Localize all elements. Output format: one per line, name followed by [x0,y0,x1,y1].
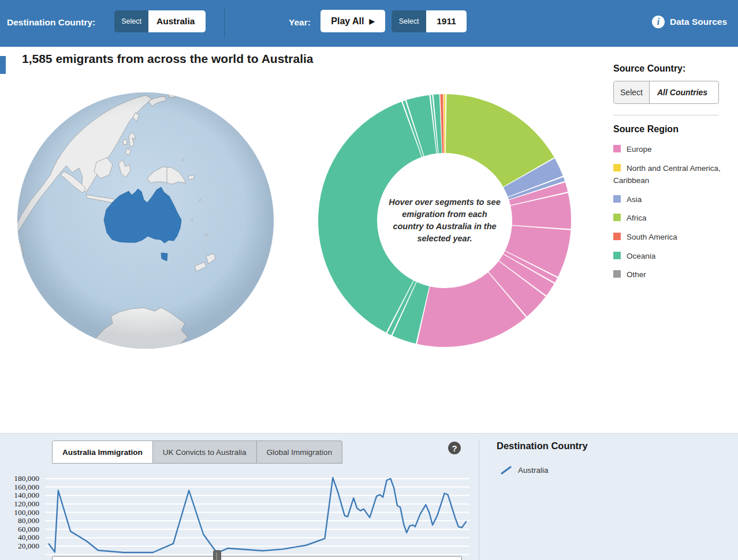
title-accent-bar [0,56,6,74]
year-control: Select 1911 [392,10,467,32]
tab-australia-immigration[interactable]: Australia Immigration [52,440,153,464]
legend-item: Europe [613,143,725,156]
immigration-series-line [49,478,467,553]
legend-item: North and Central America, Caribbean [613,162,725,187]
toolbar-divider [224,7,225,38]
source-region-label: Source Region [613,124,730,135]
tab-global-immigration[interactable]: Global Immigration [257,440,342,464]
y-tick-label: 20,000 [0,542,39,551]
y-tick-label: 140,000 [0,491,39,500]
source-country-value[interactable]: All Countries [650,81,718,103]
page-title: 1,585 emigrants from across the world to… [22,52,314,66]
y-tick-label: 100,000 [0,508,39,517]
source-country-select-button[interactable]: Select [614,81,650,103]
data-sources-link[interactable]: i Data Sources [652,16,727,28]
destination-legend: Destination Country Australia [497,440,588,475]
legend-item: Africa [613,212,725,225]
tab-uk-convicts[interactable]: UK Convicts to Australia [153,440,257,464]
y-axis-ticks: 180,000160,000140,000120,000100,00080,00… [0,473,42,558]
play-icon: ▶ [369,18,374,25]
legend-swatch [613,195,621,203]
play-all-label: Play All [331,16,364,27]
sidebar-divider [613,115,719,115]
legend-item: Asia [613,193,725,206]
chart-tabs: Australia Immigration UK Convicts to Aus… [52,440,342,464]
destination-legend-item[interactable]: Australia [500,465,588,475]
legend-swatch [613,145,621,152]
top-toolbar: Destination Country: Select Australia Ye… [0,0,738,47]
destination-legend-label: Australia [518,466,549,475]
bottom-divider [479,439,479,560]
legend-item: South America [613,231,725,244]
destination-country-label: Destination Country: [7,17,95,28]
legend-swatch [613,214,621,221]
y-tick-label: 80,000 [0,516,39,525]
info-icon: i [652,16,665,28]
data-sources-label: Data Sources [670,17,727,27]
source-country-control: Select All Countries [613,81,719,104]
legend-swatch [613,252,621,259]
main-area: 1,585 emigrants from across the world to… [0,47,738,433]
y-tick-label: 40,000 [0,533,39,542]
legend-swatch [613,270,621,278]
legend-swatch [613,164,621,171]
y-tick-label: 160,000 [0,483,39,492]
timeline-slider-handle[interactable] [213,550,221,560]
donut-segment-north-and-central-america-caribbean[interactable] [443,94,445,153]
play-all-button[interactable]: Play All ▶ [320,10,385,32]
destination-legend-title: Destination Country [497,440,588,451]
year-select-button[interactable]: Select [392,10,426,32]
destination-select-button[interactable]: Select [114,10,148,32]
y-tick-label: 120,000 [0,499,39,509]
timeline-slider[interactable] [52,556,462,560]
source-sidebar: Source Country: Select All Countries Sou… [613,64,730,288]
globe-rim-shading [17,92,274,349]
line-mark-icon [500,465,513,475]
y-tick-label: 60,000 [0,525,39,534]
legend-item: Other [613,268,725,281]
donut-center-note: Hover over segments to see emigration fr… [387,196,502,245]
donut-chart: Hover over segments to see emigration fr… [318,94,572,348]
timeline-panel: Australia Immigration UK Convicts to Aus… [0,433,738,560]
legend-swatch [613,233,621,240]
help-icon[interactable]: ? [448,442,461,454]
destination-country-value[interactable]: Australia [148,10,206,32]
y-tick-label: 180,000 [0,474,39,483]
source-region-legend: EuropeNorth and Central America, Caribbe… [613,143,725,281]
source-country-label: Source Country: [613,64,730,74]
year-value[interactable]: 1911 [426,10,467,32]
destination-country-control: Select Australia [114,10,206,32]
globe-map[interactable] [16,91,275,350]
legend-item: Oceania [613,250,725,263]
immigration-line-chart [45,473,469,558]
year-label: Year: [289,17,311,28]
